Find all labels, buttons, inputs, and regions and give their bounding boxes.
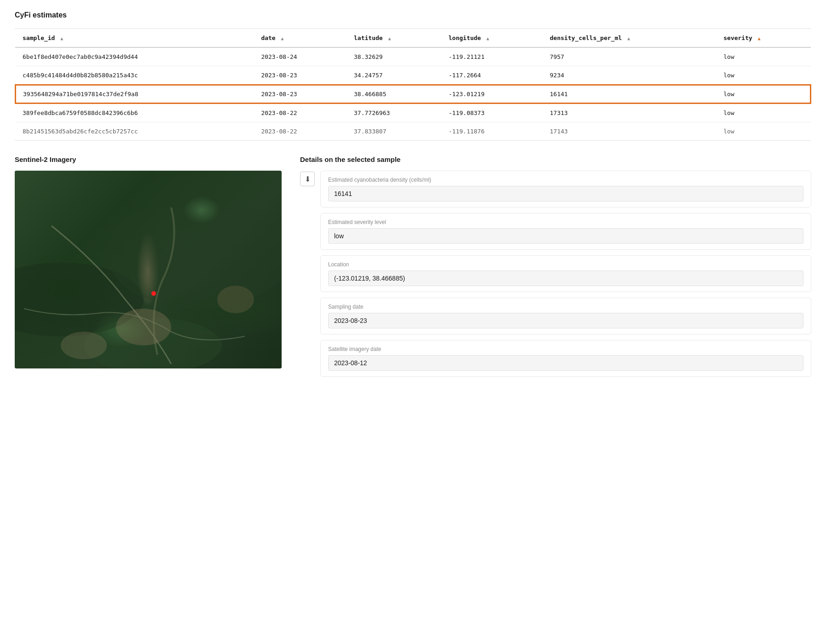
map-overlay-svg [15,171,282,368]
detail-card-3: Sampling date2023-08-23 [320,298,811,334]
table-row[interactable]: 389fee8dbca6759f0588dc842396c6b62023-08-… [15,104,811,122]
cell-density_cells_per_ml: 17313 [543,104,716,122]
cell-date: 2023-08-23 [254,85,347,104]
svg-point-5 [61,332,107,359]
cell-severity: low [716,122,811,141]
detail-label-4: Satellite imagery date [328,346,803,352]
sentinel-map [15,171,282,368]
table-row[interactable]: 8b21451563d5abd26cfe2cc5cb7257cc2023-08-… [15,122,811,141]
cell-longitude: -119.08373 [441,104,543,122]
cell-severity: low [716,47,811,66]
detail-label-1: Estimated severity level [328,219,803,225]
col-header-density[interactable]: density_cells_per_ml ▲ [543,29,716,47]
col-header-sample-id[interactable]: sample_id ▲ [15,29,254,47]
sort-arrow-sample-id: ▲ [60,36,63,41]
details-fields: Estimated cyanobacteria density (cells/m… [320,171,811,382]
col-header-date[interactable]: date ▲ [254,29,347,47]
cell-date: 2023-08-22 [254,104,347,122]
detail-label-2: Location [328,261,803,268]
sentinel-title: Sentinel-2 Imagery [15,155,282,163]
detail-value-1: low [328,228,803,244]
download-icon: ⬇ [305,175,311,184]
sort-arrow-latitude: ▲ [388,36,391,41]
cell-sample_id: 6be1f8ed407e0ec7ab0c9a42394d9d44 [15,47,254,66]
table-body: 6be1f8ed407e0ec7ab0c9a42394d9d442023-08-… [15,47,811,140]
cell-density_cells_per_ml: 17143 [543,122,716,141]
sort-arrow-density: ▲ [627,36,630,41]
sort-arrow-longitude: ▲ [486,36,489,41]
detail-value-3: 2023-08-23 [328,313,803,328]
detail-label-3: Sampling date [328,304,803,310]
cell-latitude: 34.24757 [347,66,441,85]
col-header-longitude[interactable]: longitude ▲ [441,29,543,47]
svg-point-4 [217,286,254,313]
cell-latitude: 37.7726963 [347,104,441,122]
detail-value-0: 16141 [328,186,803,201]
detail-card-1: Estimated severity levellow [320,213,811,250]
svg-point-3 [116,309,171,345]
cell-longitude: -119.21121 [441,47,543,66]
cell-density_cells_per_ml: 9234 [543,66,716,85]
data-table: sample_id ▲ date ▲ latitude ▲ longitude … [15,29,811,140]
cell-sample_id: 389fee8dbca6759f0588dc842396c6b6 [15,104,254,122]
right-top-area: ⬇ Estimated cyanobacteria density (cells… [300,171,811,382]
detail-value-2: (-123.01219, 38.466885) [328,270,803,286]
sort-arrow-severity: ▲ [758,36,761,41]
cell-sample_id: 8b21451563d5abd26cfe2cc5cb7257cc [15,122,254,141]
lower-section: Sentinel-2 Imagery [15,155,811,382]
detail-card-0: Estimated cyanobacteria density (cells/m… [320,171,811,207]
detail-card-2: Location(-123.01219, 38.466885) [320,255,811,292]
cell-severity: low [716,85,811,104]
detail-value-4: 2023-08-12 [328,355,803,371]
left-panel: Sentinel-2 Imagery [15,155,282,368]
table-row[interactable]: c485b9c41484d4d0b82b8580a215a43c2023-08-… [15,66,811,85]
cell-severity: low [716,104,811,122]
col-label-sample-id: sample_id [23,34,55,41]
table-row[interactable]: 6be1f8ed407e0ec7ab0c9a42394d9d442023-08-… [15,47,811,66]
sort-arrow-date: ▲ [281,36,284,41]
detail-card-4: Satellite imagery date2023-08-12 [320,340,811,377]
cell-sample_id: 3935648294a71be0197814c37de2f9a8 [15,85,254,104]
cell-sample_id: c485b9c41484d4d0b82b8580a215a43c [15,66,254,85]
right-panel: Details on the selected sample ⬇ Estimat… [300,155,811,382]
cell-latitude: 38.32629 [347,47,441,66]
table-header-row: sample_id ▲ date ▲ latitude ▲ longitude … [15,29,811,47]
col-header-latitude[interactable]: latitude ▲ [347,29,441,47]
satellite-image [15,171,282,368]
cell-density_cells_per_ml: 7957 [543,47,716,66]
details-title: Details on the selected sample [300,155,811,163]
col-label-date: date [261,34,275,41]
table-row[interactable]: 3935648294a71be0197814c37de2f9a82023-08-… [15,85,811,104]
col-label-longitude: longitude [449,34,481,41]
cell-density_cells_per_ml: 16141 [543,85,716,104]
cyfi-table: sample_id ▲ date ▲ latitude ▲ longitude … [15,29,811,141]
cell-latitude: 37.833807 [347,122,441,141]
detail-label-0: Estimated cyanobacteria density (cells/m… [328,177,803,183]
page-title: CyFi estimates [15,11,811,19]
cell-severity: low [716,66,811,85]
cell-longitude: -123.01219 [441,85,543,104]
download-column: ⬇ [300,171,315,190]
col-label-severity: severity [723,34,752,41]
cell-longitude: -117.2664 [441,66,543,85]
cell-date: 2023-08-23 [254,66,347,85]
col-label-latitude: latitude [354,34,383,41]
col-label-density: density_cells_per_ml [550,34,622,41]
col-header-severity[interactable]: severity ▲ [716,29,811,47]
cell-date: 2023-08-24 [254,47,347,66]
cell-longitude: -119.11876 [441,122,543,141]
cell-date: 2023-08-22 [254,122,347,141]
map-pin [151,291,156,296]
download-button[interactable]: ⬇ [300,172,315,186]
cell-latitude: 38.466885 [347,85,441,104]
